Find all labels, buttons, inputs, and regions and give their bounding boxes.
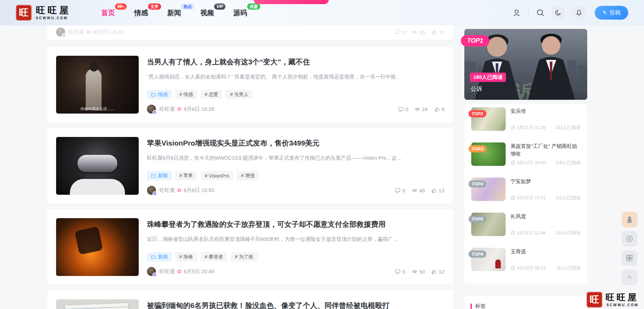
- nav-item-video[interactable]: 视频 VIP: [200, 8, 216, 18]
- nav-badge-home: 99+: [115, 3, 127, 10]
- comments-stat[interactable]: 0: [395, 29, 405, 35]
- eye-icon: [412, 269, 418, 275]
- rank-title[interactable]: 长风渡: [510, 213, 580, 220]
- article-title[interactable]: 当男人有了情人，身上就会有这3个“变大”，藏不住: [147, 57, 444, 67]
- watermark-title: 旺旺屋: [605, 293, 638, 302]
- tag-row: 新闻 # 苹果 # VisionPro # 增强: [147, 171, 444, 180]
- nav-item-source[interactable]: 源码 优惠: [233, 8, 249, 18]
- article-excerpt: 旺旺屋6月6日消息，在今天的WWDC23主题演讲中，苹果正式发布了传闻已久的头显…: [147, 155, 444, 161]
- vip-ring-icon: [178, 270, 181, 273]
- likes-stat[interactable]: 11: [431, 29, 444, 35]
- rank-badge: TOP2: [468, 110, 486, 117]
- eye-icon: [412, 29, 418, 35]
- rank-read-count: 116人已阅读: [555, 160, 580, 166]
- tag-pill[interactable]: # 当男人: [226, 90, 253, 99]
- likes-stat[interactable]: 13: [431, 188, 444, 193]
- likes-stat[interactable]: 9: [434, 106, 444, 112]
- author-name[interactable]: 旺旺屋: [159, 106, 175, 113]
- rank-item[interactable]: TOP2 安乐传 5月21日 11:29 152人已阅读: [471, 107, 580, 131]
- category-pill[interactable]: 情感: [147, 90, 172, 99]
- user-icon[interactable]: [513, 9, 521, 17]
- article-excerpt: 近日，湖南省登山队两名队员在距离登顶珠峰不到400米时，为救一位遇险女子放弃登顶…: [147, 236, 444, 243]
- qq-contact-button[interactable]: [622, 212, 637, 227]
- article-card-partial-top[interactable]: ◆ 旺旺屋 6月6日 16:20 0 65 11: [47, 25, 453, 40]
- article-meta: ◆ 旺旺屋 6月6日 16:20 0 65 11: [56, 28, 444, 36]
- avatar[interactable]: ◆: [56, 28, 65, 36]
- submit-post-button[interactable]: ✎ 投稿: [595, 6, 628, 20]
- tag-pill[interactable]: # 情感: [175, 90, 197, 99]
- pencil-icon: ✎: [602, 10, 607, 16]
- logo-seal: 旺: [16, 5, 32, 21]
- comments-stat[interactable]: 0: [398, 106, 408, 112]
- article-thumbnail[interactable]: [56, 137, 139, 195]
- category-pill[interactable]: 新闻: [147, 171, 172, 180]
- nav-item-emotion[interactable]: 情感 文学: [134, 8, 150, 18]
- article-title[interactable]: 珠峰攀登者为了救遇险的女子放弃登顶，可女子却不愿意支付全部救援费用: [147, 220, 444, 229]
- rank-title[interactable]: 安乐传: [510, 107, 580, 115]
- qrcode-button[interactable]: [622, 250, 637, 266]
- views-stat: 48: [412, 188, 425, 193]
- article-thumbnail[interactable]: [56, 299, 139, 309]
- rank-read-count: 152人已阅读: [555, 125, 580, 131]
- rank-title[interactable]: 玉骨遥: [510, 248, 580, 255]
- article-thumbnail[interactable]: [56, 218, 139, 276]
- article-card[interactable]: 苹果VisionPro增强现实头显正式发布，售价3499美元 旺旺屋6月6日消息…: [47, 128, 453, 204]
- eye-icon: [412, 188, 418, 193]
- moon-icon: [555, 9, 562, 16]
- article-card[interactable]: 珠峰攀登者为了救遇险的女子放弃登顶，可女子却不愿意支付全部救援费用 近日，湖南省…: [47, 209, 453, 285]
- notifications-button[interactable]: [572, 6, 586, 20]
- author-name[interactable]: 旺旺屋: [159, 187, 175, 194]
- tag-pill[interactable]: # 增强: [237, 171, 259, 180]
- tag-pill[interactable]: # 恋爱: [201, 90, 223, 99]
- rank-title[interactable]: 果蔬育苗“工厂化” 产销两旺助增收: [510, 142, 580, 158]
- add-button[interactable]: [622, 231, 637, 247]
- author-name[interactable]: 旺旺屋: [159, 268, 175, 275]
- rank-thumbnail: TOP2: [471, 107, 506, 131]
- tag-pill[interactable]: # 为了救: [231, 252, 257, 262]
- tag-pill[interactable]: # 苹果: [175, 171, 197, 180]
- article-thumbnail[interactable]: 你就对我这么没……: [56, 56, 139, 114]
- notification-toast: [254, 0, 329, 4]
- article-title[interactable]: 苹果VisionPro增强现实头显正式发布，售价3499美元: [147, 138, 444, 148]
- thumb-up-icon: [431, 188, 437, 193]
- rank-item[interactable]: TOP3 果蔬育苗“工厂化” 产销两旺助增收 5月12日 23:00 116人已…: [471, 142, 580, 166]
- clock-icon: [510, 231, 515, 235]
- rank-date: 5月21日 11:29: [517, 125, 546, 131]
- top1-title[interactable]: 公诉: [471, 85, 482, 93]
- tag-pill[interactable]: # 攀登者: [201, 252, 228, 262]
- rank-title[interactable]: 宁安如梦: [510, 178, 580, 185]
- comments-stat[interactable]: 0: [395, 188, 405, 193]
- search-icon[interactable]: [536, 9, 545, 17]
- category-pill[interactable]: 新闻: [147, 252, 172, 262]
- rank-thumbnail: TOP6: [471, 248, 506, 271]
- article-card-partial-bottom[interactable]: 被骗到缅甸的6名男孩已获救！脸没血色、像变了个人、同伴曾经被电棍殴打: [47, 290, 453, 309]
- likes-stat[interactable]: 12: [431, 269, 444, 275]
- page: 旺 旺旺屋 SCWWU.COM 首页 99+ 情感 文学 新闻 热点 视频 VI…: [0, 0, 644, 309]
- avatar-level-badge: ◆: [62, 33, 66, 38]
- nav-item-news[interactable]: 新闻 热点: [167, 8, 183, 18]
- dark-mode-button[interactable]: [551, 6, 565, 20]
- author-name[interactable]: 旺旺屋: [68, 29, 84, 35]
- article-card[interactable]: 你就对我这么没…… 当男人有了情人，身上就会有这3个“变大”，藏不住 “男人移情…: [47, 47, 453, 122]
- comments-stat[interactable]: 0: [395, 269, 405, 275]
- rank-item[interactable]: TOP6 玉骨遥 5月22日 00:13 82人已阅读: [471, 248, 580, 271]
- clock-icon: [510, 195, 515, 200]
- content-area: ◆ 旺旺屋 6月6日 16:20 0 65 11: [47, 25, 587, 309]
- avatar[interactable]: ◆: [147, 105, 156, 114]
- rank-date: 5月12日 23:00: [517, 160, 546, 166]
- tag-pill[interactable]: # VisionPro: [201, 171, 233, 180]
- site-logo[interactable]: 旺 旺旺屋 SCWWU.COM: [16, 5, 71, 21]
- rank-item[interactable]: TOP5 长风渡 5月21日 11:48 114人已阅读: [471, 213, 580, 236]
- site-title: 旺旺屋: [36, 6, 71, 15]
- rank-item[interactable]: TOP4 宁安如梦 5月21日 12:01 115人已阅读: [471, 178, 580, 201]
- top1-card[interactable]: 公诉精英 TOP1: [464, 29, 587, 100]
- article-title[interactable]: 被骗到缅甸的6名男孩已获救！脸没血色、像变了个人、同伴曾经被电棍殴打: [147, 301, 444, 309]
- nav-item-home[interactable]: 首页 99+: [101, 8, 117, 18]
- rank-badge: TOP6: [468, 251, 486, 258]
- tag-pill[interactable]: # 珠峰: [175, 252, 197, 262]
- back-to-top-button[interactable]: [622, 269, 637, 285]
- views-stat: 65: [412, 29, 425, 35]
- avatar[interactable]: ◆: [147, 267, 156, 276]
- avatar[interactable]: ◆: [147, 186, 156, 195]
- rank-read-count: 82人已阅读: [558, 265, 580, 271]
